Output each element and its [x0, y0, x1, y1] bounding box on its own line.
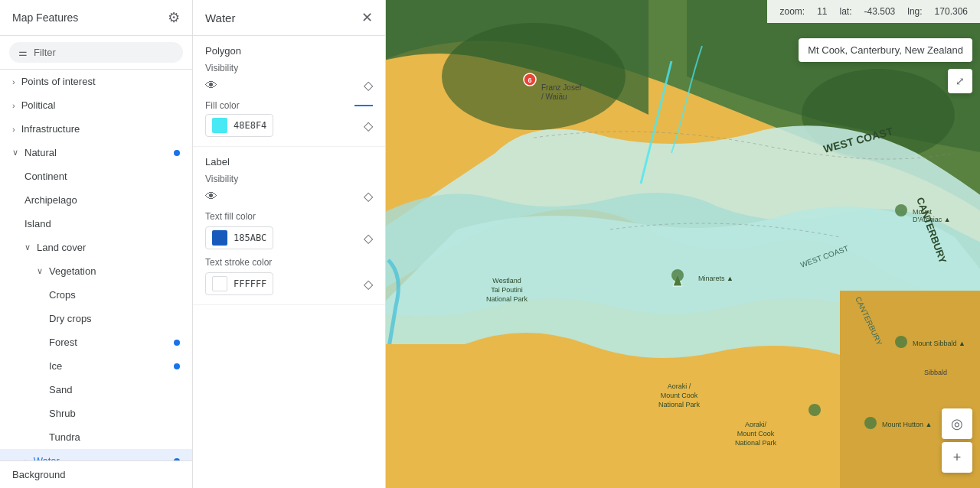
- sidebar-item-label: Dry crops: [49, 313, 92, 324]
- detail-panel: Water ✕ Polygon Visibility 👁 ◇ Fill colo…: [193, 0, 386, 488]
- svg-text:Tai Poutini: Tai Poutini: [491, 286, 523, 294]
- sidebar-item-dry-crops[interactable]: Dry crops: [0, 307, 192, 330]
- svg-text:/ Waiāu: / Waiāu: [541, 93, 567, 101]
- svg-text:Franz Josef: Franz Josef: [541, 83, 581, 92]
- text-fill-value: 185ABC: [234, 233, 266, 243]
- gear-icon[interactable]: ⚙: [168, 9, 180, 26]
- text-stroke-value: FFFFFF: [234, 278, 266, 289]
- map-area[interactable]: zoom: 11 lat: -43.503 lng: 170.306: [386, 0, 980, 488]
- svg-text:D'Archiac ▲: D'Archiac ▲: [913, 216, 951, 223]
- plus-icon: +: [953, 450, 962, 466]
- sidebar-item-archipelago[interactable]: Archipelago: [0, 188, 192, 212]
- sidebar-item-label: Sand: [49, 384, 72, 395]
- eye-icon[interactable]: 👁: [205, 79, 217, 93]
- text-fill-swatch: [212, 230, 227, 246]
- background-item-label: Background: [12, 469, 65, 480]
- sidebar-item-label: Crops: [49, 289, 76, 301]
- filter-label: Filter: [34, 47, 56, 58]
- lng-value: 170.306: [935, 6, 968, 17]
- map-header-bar: zoom: 11 lat: -43.503 lng: 170.306: [767, 0, 980, 23]
- svg-text:Aoraki/: Aoraki/: [745, 421, 767, 428]
- label-visibility-row: 👁 ◇: [205, 189, 373, 203]
- svg-text:National Park: National Park: [486, 295, 528, 303]
- sidebar-item-label: Natural: [24, 147, 57, 158]
- sidebar-item-label: Land cover: [37, 242, 86, 253]
- lat-label: lat:: [840, 6, 852, 17]
- text-stroke-swatch: [212, 276, 227, 291]
- visibility-label: Visibility: [205, 63, 373, 73]
- svg-text:6: 6: [528, 76, 531, 84]
- svg-text:Mount Hutton ▲: Mount Hutton ▲: [882, 421, 932, 428]
- svg-text:National Park: National Park: [735, 439, 777, 447]
- text-fill-diamond-icon[interactable]: ◇: [364, 231, 373, 246]
- sidebar-item-continent[interactable]: Continent: [0, 164, 192, 188]
- zoom-in-button[interactable]: +: [942, 442, 972, 473]
- fill-color-swatch: [212, 118, 227, 133]
- sidebar-item-infrastructure[interactable]: › Infrastructure: [0, 117, 192, 141]
- sidebar-item-label: Political: [21, 99, 56, 111]
- svg-text:Aoraki /: Aoraki /: [668, 382, 691, 390]
- chevron-down-icon: ∨: [12, 148, 18, 158]
- text-stroke-swatch-container[interactable]: FFFFFF: [205, 272, 273, 295]
- sidebar-item-island[interactable]: Island: [0, 212, 192, 236]
- detail-title: Water: [205, 11, 235, 24]
- fill-color-label: Fill color: [205, 100, 240, 111]
- fullscreen-icon: ⤢: [956, 75, 965, 87]
- fill-color-swatch-container[interactable]: 48E8F4: [205, 114, 273, 137]
- sidebar-item-crops[interactable]: Crops: [0, 283, 192, 307]
- detail-header: Water ✕: [193, 0, 385, 36]
- svg-point-25: [895, 204, 907, 216]
- close-button[interactable]: ✕: [361, 9, 373, 26]
- sidebar-item-political[interactable]: › Political: [0, 93, 192, 117]
- sidebar-item-sand[interactable]: Sand: [0, 378, 192, 402]
- sidebar-item-label: Island: [24, 218, 51, 229]
- sidebar-item-label: Water: [34, 455, 60, 460]
- svg-text:Mount: Mount: [913, 208, 933, 216]
- polygon-section: Polygon Visibility 👁 ◇ Fill color 48E8F4…: [193, 36, 385, 147]
- sidebar-item-label: Continent: [24, 171, 67, 182]
- sidebar-item-water[interactable]: › Water: [0, 449, 192, 460]
- polygon-visibility-row: 👁 ◇: [205, 78, 373, 93]
- fill-color-row: 48E8F4 ◇: [205, 114, 373, 137]
- sidebar-item-natural[interactable]: ∨ Natural: [0, 141, 192, 164]
- text-stroke-diamond-icon[interactable]: ◇: [364, 277, 373, 291]
- location-tooltip: Mt Cook, Canterbury, New Zealand: [799, 38, 972, 62]
- svg-rect-3: [386, 344, 472, 488]
- sidebar-item-forest[interactable]: Forest: [0, 330, 192, 354]
- filter-input-container[interactable]: ⚌ Filter: [9, 42, 183, 63]
- map-svg: 6 Franz Josef / Waiāu WEST COAST CANTERB…: [386, 0, 980, 488]
- map-controls: ◎ +: [942, 408, 972, 473]
- zoom-value: 11: [817, 6, 827, 17]
- sidebar-item-points-of-interest[interactable]: › Points of interest: [0, 70, 192, 93]
- svg-text:Minarets ▲: Minarets ▲: [698, 275, 733, 282]
- label-eye-icon[interactable]: 👁: [205, 190, 217, 203]
- polygon-title: Polygon: [205, 45, 373, 57]
- svg-text:Mount Sibbald ▲: Mount Sibbald ▲: [913, 340, 965, 347]
- svg-point-23: [671, 269, 684, 281]
- label-visibility-diamond-icon[interactable]: ◇: [364, 189, 373, 203]
- sidebar-item-shrub[interactable]: Shrub: [0, 402, 192, 425]
- sidebar-item-land-cover[interactable]: ∨ Land cover: [0, 236, 192, 259]
- chevron-right-icon: ›: [24, 457, 28, 461]
- sidebar-footer[interactable]: Background: [0, 460, 192, 488]
- status-dot: [174, 458, 180, 461]
- sidebar-item-ice[interactable]: Ice: [0, 354, 192, 378]
- location-tooltip-text: Mt Cook, Canterbury, New Zealand: [808, 44, 963, 56]
- text-fill-swatch-container[interactable]: 185ABC: [205, 226, 273, 249]
- sidebar-item-vegetation[interactable]: ∨ Vegetation: [0, 259, 192, 283]
- sidebar-item-label: Archipelago: [24, 194, 77, 206]
- zoom-label: zoom:: [779, 6, 805, 17]
- label-title: Label: [205, 156, 373, 168]
- text-fill-row: 185ABC ◇: [205, 226, 373, 249]
- fill-color-diamond-icon[interactable]: ◇: [364, 119, 373, 133]
- chevron-right-icon: ›: [12, 101, 15, 110]
- location-button[interactable]: ◎: [942, 408, 972, 439]
- fullscreen-button[interactable]: ⤢: [948, 69, 972, 93]
- svg-text:Westland: Westland: [492, 277, 521, 285]
- diamond-icon[interactable]: ◇: [364, 78, 373, 93]
- svg-point-28: [895, 336, 907, 348]
- status-dot: [174, 363, 180, 369]
- svg-point-31: [864, 417, 877, 429]
- sidebar-item-tundra[interactable]: Tundra: [0, 425, 192, 449]
- status-dot: [174, 150, 180, 156]
